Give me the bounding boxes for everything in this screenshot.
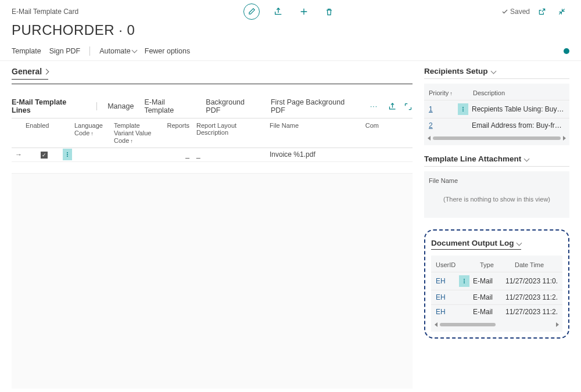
col-variant[interactable]: Template Variant Value Code↑ [114, 122, 160, 145]
col-filename[interactable]: File Name [429, 177, 458, 184]
chevron-down-icon [517, 240, 522, 246]
log-type-cell: E-Mail [473, 277, 505, 285]
chevron-right-icon [44, 69, 49, 74]
delete-icon[interactable] [325, 8, 336, 16]
recipients-row[interactable]: 2 Email Address from: Buy-from . [424, 118, 569, 132]
priority-cell[interactable]: 2 [429, 121, 472, 130]
row-menu-button[interactable] [459, 275, 469, 287]
page-title: PURCHORDER · 0 [0, 20, 581, 43]
toolbar-fewer-options[interactable]: Fewer options [145, 47, 191, 55]
col-priority[interactable]: Priority↑ [429, 89, 473, 96]
log-type-cell: E-Mail [473, 308, 505, 316]
general-section-toggle[interactable]: General [12, 67, 48, 80]
lines-background-pdf[interactable]: Background PDF [206, 98, 260, 114]
toolbar-automate[interactable]: Automate [99, 47, 137, 55]
table-row[interactable] [12, 162, 413, 174]
description-cell: Email Address from: Buy-from . [472, 121, 565, 130]
cell-reports[interactable]: _ [160, 150, 193, 159]
share-icon[interactable] [274, 7, 285, 16]
log-user-cell[interactable]: EH [436, 277, 459, 285]
log-datetime-cell: 11/27/2023 11:0.. [505, 277, 558, 285]
row-selector-icon[interactable]: → [12, 150, 26, 159]
enabled-checkbox[interactable]: ✓ [41, 152, 48, 159]
empty-message: (There is nothing to show in this view) [424, 188, 569, 218]
toolbar-sign-pdf[interactable]: Sign PDF [49, 47, 81, 55]
row-menu-button[interactable] [63, 149, 72, 160]
log-type-cell: E-Mail [473, 293, 505, 301]
table-row[interactable]: → ✓ _ _ Invoice %1.pdf [12, 148, 413, 162]
h-scrollbar[interactable] [431, 319, 562, 332]
col-com[interactable]: Com [356, 122, 379, 145]
chevron-down-icon [131, 48, 137, 53]
attachment-toggle[interactable]: Template Line Attachment [424, 154, 529, 166]
collapse-icon[interactable] [558, 8, 569, 16]
log-row[interactable]: EH E-Mail 11/27/2023 11:2.. [431, 290, 562, 304]
col-type[interactable]: Type [480, 261, 515, 268]
priority-cell[interactable]: 1 [429, 105, 458, 113]
col-description[interactable]: Description [473, 89, 565, 96]
lines-share-icon[interactable] [388, 102, 397, 111]
lines-expand-icon[interactable] [404, 102, 413, 111]
chevron-down-icon [490, 69, 496, 74]
col-enabled[interactable]: Enabled [26, 122, 63, 145]
col-datetime[interactable]: Date Time [515, 261, 558, 268]
new-icon[interactable] [299, 7, 311, 16]
description-cell: Recpients Table Using: Buy-fro.. [472, 105, 565, 113]
toolbar-template[interactable]: Template [12, 47, 41, 55]
lines-title: E-Mail Template Lines [12, 98, 86, 114]
col-layout[interactable]: Report Layout Description [193, 122, 270, 145]
log-row[interactable]: EH E-Mail 11/27/2023 11:2.. [431, 304, 562, 319]
col-reports[interactable]: Reports [160, 122, 193, 145]
cell-layout[interactable]: _ [193, 150, 270, 159]
info-icon[interactable] [564, 48, 569, 54]
log-user-cell[interactable]: EH [436, 293, 473, 301]
h-scrollbar[interactable] [424, 132, 569, 145]
log-user-cell[interactable]: EH [436, 308, 473, 316]
breadcrumb: E-Mail Template Card [12, 8, 78, 16]
col-userid[interactable]: UserID [436, 261, 480, 268]
lines-first-page-bg[interactable]: First Page Background PDF [271, 98, 360, 114]
log-datetime-cell: 11/27/2023 11:2.. [505, 308, 558, 316]
col-filename[interactable]: File Name [270, 122, 356, 145]
lines-more-icon[interactable]: ··· [370, 102, 378, 110]
popout-icon[interactable] [538, 8, 550, 16]
col-language[interactable]: Language Code↑ [74, 122, 114, 145]
cell-filename[interactable]: Invoice %1.pdf [270, 150, 356, 159]
saved-status: Saved [501, 8, 530, 16]
edit-icon[interactable] [243, 3, 260, 20]
log-row[interactable]: EH E-Mail 11/27/2023 11:0.. [431, 272, 562, 290]
row-menu-button[interactable] [458, 103, 468, 115]
log-datetime-cell: 11/27/2023 11:2.. [505, 293, 558, 301]
log-toggle[interactable]: Document Output Log [431, 239, 521, 250]
recipients-row[interactable]: 1 Recpients Table Using: Buy-fro.. [424, 100, 569, 118]
recipients-toggle[interactable]: Recipients Setup [424, 67, 496, 78]
chevron-down-icon [524, 156, 530, 162]
lines-manage[interactable]: Manage [107, 102, 134, 110]
lines-email-template[interactable]: E-Mail Template [144, 98, 195, 114]
